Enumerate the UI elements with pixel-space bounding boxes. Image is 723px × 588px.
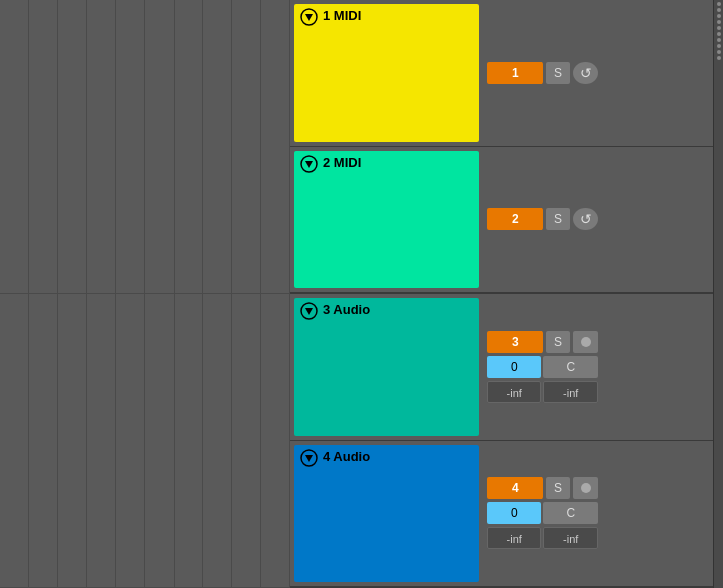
track-3-label: 3 Audio [323, 302, 370, 317]
grid-cell [87, 147, 116, 295]
grid-cell [29, 147, 58, 295]
track-1-record-btn[interactable]: ↺ [573, 62, 598, 84]
scrollbar-edge[interactable] [713, 0, 723, 588]
grid-cell [87, 0, 116, 147]
ctrl-row-4-top: 4 S [487, 477, 598, 499]
controls-panel-4: 4 S 0 C -inf -inf [483, 441, 602, 587]
svg-marker-7 [305, 455, 313, 462]
dot-icon-4 [581, 483, 591, 493]
grid-cell [175, 147, 203, 295]
scrollbar-dot [717, 38, 721, 42]
track-row-2: 2 MIDI 2 S ↺ [290, 147, 713, 295]
track-3-zero-btn[interactable]: 0 [487, 356, 542, 378]
grid-cell [58, 147, 87, 295]
track-3-c-btn[interactable]: C [543, 356, 598, 378]
grid-cell [232, 441, 261, 589]
grid-cell [261, 441, 290, 589]
loop-icon-1: ↺ [580, 62, 592, 84]
grid-cell [232, 147, 261, 295]
ctrl-row-4-bot: -inf -inf [487, 527, 598, 549]
clip-block-1[interactable]: 1 MIDI [294, 4, 479, 142]
grid-cell [0, 441, 29, 589]
track-3-inf-right-btn[interactable]: -inf [543, 381, 598, 403]
arrow-down-icon-4 [300, 449, 318, 467]
arrow-down-icon-2 [300, 155, 318, 173]
grid-cell [58, 441, 87, 589]
scrollbar-dot [717, 2, 721, 6]
scrollbar-dot [717, 14, 721, 18]
clip-block-2[interactable]: 2 MIDI [294, 151, 479, 289]
track-2-number-btn[interactable]: 2 [487, 208, 543, 230]
track-2-record-btn[interactable]: ↺ [573, 208, 598, 230]
grid-cell [203, 441, 232, 589]
track-1-solo-btn[interactable]: S [546, 62, 571, 84]
grid-cell [145, 294, 174, 441]
track-2-solo-btn[interactable]: S [546, 208, 571, 230]
track-1-label: 1 MIDI [323, 8, 361, 23]
svg-marker-5 [305, 308, 313, 315]
track-2-label: 2 MIDI [323, 155, 361, 170]
grid-cell [87, 294, 116, 441]
grid-cell [261, 294, 290, 441]
track-4-inf-left-btn[interactable]: -inf [487, 527, 542, 549]
svg-marker-1 [305, 14, 313, 21]
arrow-down-icon-1 [300, 8, 318, 26]
ctrl-row-2-top: 2 S ↺ [487, 208, 598, 230]
grid-cell [203, 147, 232, 295]
grid-cell [116, 294, 145, 441]
arrow-down-icon-3 [300, 302, 318, 320]
ctrl-row-1-top: 1 S ↺ [487, 62, 598, 84]
svg-marker-3 [305, 161, 313, 168]
ctrl-row-3-bot: -inf -inf [487, 381, 598, 403]
grid-cell [203, 294, 232, 441]
track-4-solo-btn[interactable]: S [546, 477, 571, 499]
scrollbar-dot [717, 32, 721, 36]
grid-cell [145, 147, 174, 295]
controls-panel-1: 1 S ↺ [483, 0, 602, 146]
track-3-dot-btn[interactable] [573, 331, 598, 353]
track-4-label: 4 Audio [323, 449, 370, 464]
track-row-4: 4 Audio 4 S 0 C -inf -inf [290, 441, 713, 589]
tracks-area: 1 MIDI 1 S ↺ [290, 0, 713, 588]
grid-cell [87, 441, 116, 589]
scrollbar-dot [717, 8, 721, 12]
track-1-number-btn[interactable]: 1 [487, 62, 543, 84]
loop-icon-2: ↺ [580, 208, 592, 230]
grid-cell [58, 294, 87, 441]
clip-block-4[interactable]: 4 Audio [294, 445, 479, 583]
scrollbar-dot [717, 20, 721, 24]
grid-cell [175, 0, 203, 147]
track-3-number-btn[interactable]: 3 [487, 331, 543, 353]
grid-cell [29, 294, 58, 441]
grid-cell [175, 294, 203, 441]
grid-cell [116, 441, 145, 589]
track-4-zero-btn[interactable]: 0 [487, 502, 542, 524]
track-4-number-btn[interactable]: 4 [487, 477, 543, 499]
dot-icon-3 [581, 337, 591, 347]
ctrl-row-3-top: 3 S [487, 331, 598, 353]
track-4-inf-right-btn[interactable]: -inf [543, 527, 598, 549]
track-row-1: 1 MIDI 1 S ↺ [290, 0, 713, 147]
grid-cell [116, 147, 145, 295]
track-4-c-btn[interactable]: C [543, 502, 598, 524]
grid-cell [0, 294, 29, 441]
grid-cell [232, 294, 261, 441]
scrollbar-dot [717, 50, 721, 54]
grid-cell [29, 441, 58, 589]
grid-cell [232, 0, 261, 147]
track-3-solo-btn[interactable]: S [546, 331, 571, 353]
controls-panel-3: 3 S 0 C -inf -inf [483, 294, 602, 440]
track-3-inf-left-btn[interactable]: -inf [487, 381, 542, 403]
scrollbar-dot [717, 56, 721, 60]
track-4-dot-btn[interactable] [573, 477, 598, 499]
clip-block-3[interactable]: 3 Audio [294, 298, 479, 436]
grid-cell [0, 147, 29, 295]
grid-area [0, 0, 290, 588]
scrollbar-dot [717, 26, 721, 30]
grid-cell [145, 0, 174, 147]
grid-cell [29, 0, 58, 147]
grid-cell [58, 0, 87, 147]
ctrl-row-3-mid: 0 C [487, 356, 598, 378]
grid-cell [261, 0, 290, 147]
grid-cell [116, 0, 145, 147]
